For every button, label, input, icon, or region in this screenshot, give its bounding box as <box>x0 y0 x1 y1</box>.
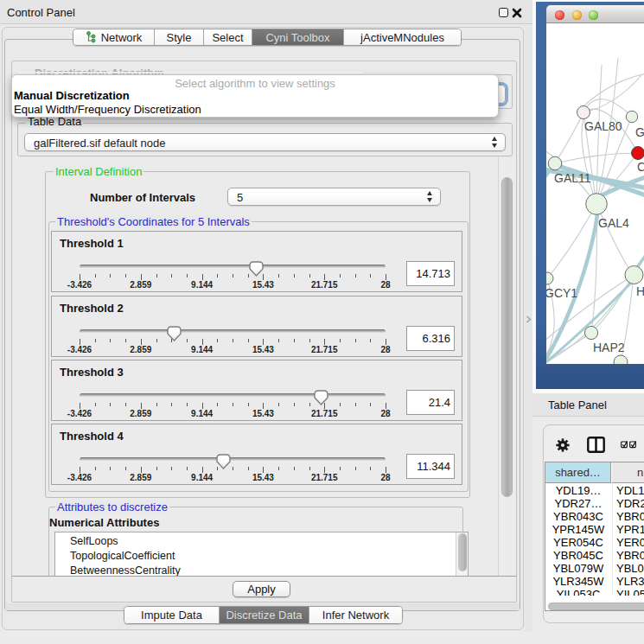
svg-text:HAP2: HAP2 <box>593 341 625 354</box>
svg-text:GAL11: GAL11 <box>554 171 591 185</box>
svg-text:GAL80: GAL80 <box>584 119 622 133</box>
svg-text:GCY1: GCY1 <box>546 286 577 300</box>
svg-text:H: H <box>636 284 644 298</box>
svg-text:GAL4: GAL4 <box>598 216 629 230</box>
svg-text:GA: GA <box>635 125 644 139</box>
svg-text:C: C <box>637 160 644 174</box>
